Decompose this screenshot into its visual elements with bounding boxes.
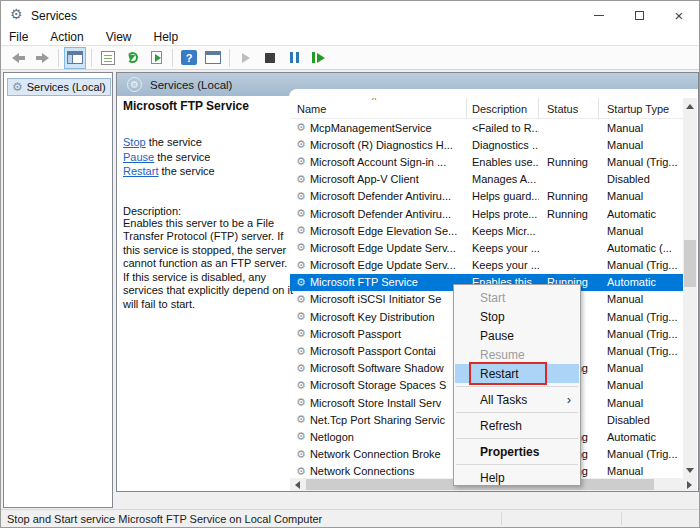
- service-name-cell: ⚙Microsoft Edge Update Serv...: [290, 257, 467, 274]
- scroll-up-button[interactable]: [683, 98, 697, 114]
- service-name: Microsoft App-V Client: [310, 173, 419, 185]
- menubar-item-help[interactable]: Help: [154, 30, 179, 44]
- service-startup-type: Disabled: [599, 411, 685, 428]
- service-name-cell: ⚙Microsoft FTP Service: [290, 274, 467, 291]
- service-gear-icon: ⚙: [296, 397, 306, 408]
- forward-button[interactable]: [31, 47, 53, 69]
- menu-item-label: Stop: [480, 310, 505, 324]
- service-gear-icon: ⚙: [296, 311, 306, 322]
- pause-service-link[interactable]: Pause: [123, 151, 154, 163]
- toolbar-separator: [91, 49, 92, 67]
- toolbar-separator: [229, 49, 230, 67]
- service-startup-type: Manual (Trig...: [599, 446, 685, 463]
- table-row[interactable]: ⚙Microsoft Edge Elevation Se...Keeps Mic…: [290, 222, 685, 239]
- service-description: Enables use...: [467, 153, 539, 170]
- export-list-button[interactable]: [145, 47, 167, 69]
- service-gear-icon: ⚙: [296, 380, 306, 391]
- service-startup-type: Manual (Trig...: [599, 308, 685, 325]
- service-startup-type: Manual: [599, 360, 685, 377]
- scroll-down-icon: [686, 468, 694, 473]
- service-status: [539, 222, 599, 239]
- status-divider: [501, 512, 502, 525]
- close-button[interactable]: ×: [659, 1, 699, 29]
- restart-service-button[interactable]: [307, 47, 329, 69]
- gear-icon: ⚙: [12, 81, 23, 93]
- service-description: <Failed to R...: [467, 119, 539, 136]
- window-title: Services: [31, 9, 77, 23]
- service-startup-type: Manual: [599, 377, 685, 394]
- link-suffix: the service: [154, 151, 210, 163]
- service-startup-type: Manual: [599, 394, 685, 411]
- start-service-button[interactable]: [235, 47, 257, 69]
- refresh-icon: [127, 52, 138, 63]
- column-header-description[interactable]: Description: [467, 98, 539, 119]
- context-menu-item-restart[interactable]: Restart: [455, 364, 579, 383]
- action-pane-icon: [205, 51, 221, 64]
- show-action-pane-button[interactable]: [202, 47, 224, 69]
- scroll-left-icon: [295, 481, 300, 489]
- service-gear-icon: ⚙: [296, 363, 306, 374]
- scroll-left-button[interactable]: [290, 478, 305, 491]
- service-name: Microsoft Passport: [310, 328, 401, 340]
- scroll-up-icon: [686, 104, 694, 109]
- service-gear-icon: ⚙: [296, 156, 306, 167]
- table-row[interactable]: ⚙Microsoft Edge Update Serv...Keeps your…: [290, 239, 685, 256]
- service-name: Microsoft FTP Service: [310, 276, 418, 288]
- properties-button[interactable]: [97, 47, 119, 69]
- submenu-arrow-icon: ›: [567, 392, 571, 407]
- minimize-button[interactable]: [579, 1, 619, 29]
- table-row[interactable]: ⚙Microsoft Account Sign-in ...Enables us…: [290, 153, 685, 170]
- context-menu-item-stop[interactable]: Stop: [454, 307, 580, 326]
- context-menu-item-all-tasks[interactable]: All Tasks›: [454, 390, 580, 409]
- table-row[interactable]: ⚙Microsoft (R) Diagnostics H...Diagnosti…: [290, 136, 685, 153]
- table-row[interactable]: ⚙McpManagementService<Failed to R...Manu…: [290, 119, 685, 136]
- table-row[interactable]: ⚙Microsoft Edge Update Serv...Keeps your…: [290, 257, 685, 274]
- menu-separator: [456, 464, 578, 465]
- table-row[interactable]: ⚙Microsoft Defender Antiviru...Helps pro…: [290, 205, 685, 222]
- menu-item-label: Restart: [480, 367, 519, 381]
- service-description: Keeps your ...: [467, 239, 539, 256]
- context-menu-item-pause[interactable]: Pause: [454, 326, 580, 345]
- refresh-button[interactable]: [121, 47, 143, 69]
- service-startup-type: Automatic: [599, 428, 685, 445]
- menubar-item-action[interactable]: Action: [50, 30, 83, 44]
- stop-service-link-line: Stop the service: [123, 135, 289, 150]
- back-arrow-icon: [12, 53, 25, 63]
- description-label: Description:: [123, 205, 289, 217]
- table-row[interactable]: ⚙Microsoft Defender Antiviru...Helps gua…: [290, 188, 685, 205]
- tree-item-services-local[interactable]: ⚙ Services (Local): [7, 78, 111, 96]
- scroll-down-button[interactable]: [683, 462, 697, 478]
- vertical-scroll-thumb[interactable]: [684, 240, 696, 287]
- context-menu-item-properties[interactable]: Properties: [454, 442, 580, 461]
- service-status: [539, 257, 599, 274]
- maximize-button[interactable]: [619, 1, 659, 29]
- service-name-cell: ⚙Net.Tcp Port Sharing Servic: [290, 411, 467, 428]
- menubar-item-view[interactable]: View: [106, 30, 132, 44]
- service-startup-type: Manual: [599, 222, 685, 239]
- stop-service-button[interactable]: [259, 47, 281, 69]
- show-console-tree-button[interactable]: [64, 47, 86, 69]
- service-name-cell: ⚙Microsoft iSCSI Initiator Se: [290, 291, 467, 308]
- pause-service-button[interactable]: [283, 47, 305, 69]
- service-startup-type: Manual: [599, 291, 685, 308]
- help-button[interactable]: ?: [178, 47, 200, 69]
- menubar-item-file[interactable]: File: [9, 30, 28, 44]
- stop-service-link[interactable]: Stop: [123, 136, 146, 148]
- service-name-cell: ⚙Microsoft Store Install Serv: [290, 394, 467, 411]
- column-header-status[interactable]: Status: [539, 98, 599, 119]
- restart-service-link[interactable]: Restart: [123, 165, 158, 177]
- scroll-right-button[interactable]: [682, 478, 697, 491]
- context-menu-item-refresh[interactable]: Refresh: [454, 416, 580, 435]
- stop-icon: [265, 53, 275, 63]
- table-row[interactable]: ⚙Microsoft App-V ClientManages A...Disab…: [290, 171, 685, 188]
- context-menu-item-help[interactable]: Help: [454, 468, 580, 487]
- service-gear-icon: ⚙: [296, 466, 306, 477]
- vertical-scrollbar[interactable]: [683, 98, 697, 478]
- service-startup-type: Automatic: [599, 274, 685, 291]
- service-name-cell: ⚙Microsoft Software Shadow: [290, 360, 467, 377]
- column-header-startup-type[interactable]: Startup Type: [599, 98, 685, 119]
- service-startup-type: Manual (Trig...: [599, 342, 685, 359]
- back-button[interactable]: [7, 47, 29, 69]
- column-header-name[interactable]: Name: [290, 98, 467, 119]
- service-gear-icon: ⚙: [296, 431, 306, 442]
